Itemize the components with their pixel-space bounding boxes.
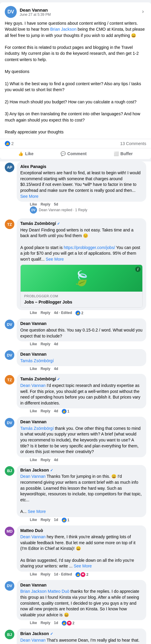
buffer-button[interactable]: ⬜ Buffer (110, 150, 136, 158)
like-thumb: 👍 (62, 409, 67, 414)
like-count: 👍 1 (62, 409, 70, 414)
like-count: 2 (11, 141, 14, 146)
verified-badge: ✓ (57, 377, 60, 381)
comment-item: DV Dean Vannan Brian Jackson Matteo Duò … (5, 580, 146, 626)
verified-badge: ✓ (50, 468, 53, 472)
reply-action[interactable]: Reply (41, 621, 50, 626)
commenter-avatar: DV (5, 350, 14, 360)
comments-count[interactable]: 13 Comments (120, 141, 146, 146)
heart-thumb: ❤ (67, 621, 72, 626)
comment-bubble: Tamás Zsömbörgí ✓ Hey Dean! Finding good… (17, 218, 146, 310)
commenter-name: Alex Panagis (20, 164, 143, 170)
post-options-chevron[interactable]: › (142, 8, 144, 15)
action-buttons: 👍 Like 💬 Comment ⬜ Buffer (5, 148, 146, 159)
verified-badge: ✓ (57, 222, 60, 226)
commenter-name: Brian Jackson ✓ (20, 467, 143, 473)
commenter-avatar: BJ (5, 466, 14, 476)
comment-bubble: Alex Panagis Exceptional writers are har… (17, 161, 146, 202)
mention-tamas2[interactable]: Tamás Zsömbörgí (20, 426, 54, 431)
commenter-name: Dean Vannan (20, 321, 143, 327)
mention-dean2[interactable]: Dean Vannan (20, 474, 46, 479)
info-icon: i (135, 267, 141, 272)
like-action[interactable]: Like (30, 342, 37, 346)
like-action[interactable]: Like (30, 572, 37, 577)
like-icon: 👍 (18, 151, 23, 156)
comment-item: BJ Brian Jackson ✓ Dean Vannan That's aw… (5, 629, 146, 644)
reply-action[interactable]: Reply (41, 572, 50, 577)
problogger-link[interactable]: https://problogger.com/jobs/ (64, 245, 115, 250)
reply-action[interactable]: Reply (41, 409, 50, 414)
buffer-icon: ⬜ (114, 151, 119, 156)
like-action[interactable]: Like (30, 621, 37, 626)
like-action[interactable]: Like (30, 458, 37, 462)
like-action[interactable]: Like (30, 367, 37, 371)
mention-dean4[interactable]: Dean Vannan (20, 638, 46, 643)
commenter-name: Tamás Zsömbörgí ✓ (20, 221, 143, 227)
commenter-name: Matteo Duò (20, 528, 143, 534)
comment-item: BJ Brian Jackson ✓ Dean Vannan Thanks To… (5, 465, 146, 522)
like-action[interactable]: Like (30, 202, 37, 206)
comment-text: Dean Vannan That's awesome Dean, I'm rea… (20, 638, 141, 644)
reply-action[interactable]: Reply (41, 458, 50, 462)
time-label: 5d (54, 202, 58, 206)
reactions-bar: 👍 2 13 Comments (0, 139, 151, 148)
commenter-name: Dean Vannan (20, 582, 143, 588)
time-label: 1d (54, 518, 58, 522)
reply-indicator[interactable]: DV Dean Vannan replied · 1 Reply (17, 206, 146, 214)
reply-action[interactable]: Reply (41, 311, 50, 315)
see-more-link[interactable]: See More (28, 509, 46, 514)
mention-brian[interactable]: Brian Jackson (20, 589, 47, 594)
link-preview-body: PROBLOGGER.COM Jobs – ProBlogger Jobs (21, 292, 142, 307)
like-thumb: 👍 (62, 518, 67, 522)
like-action[interactable]: Like (30, 311, 37, 315)
link-preview-problogger[interactable]: 🍃 i PROBLOGGER.COM Jobs – ProBlogger Job… (20, 265, 143, 308)
mention-tamas[interactable]: Tamás Zsömbörgí (20, 358, 54, 363)
reply-action[interactable]: Reply (41, 367, 50, 371)
leaf-icon: 🍃 (73, 268, 90, 288)
comment-item: DV Dean Vannan One question about this. … (5, 318, 146, 346)
comment-bubble: Brian Jackson ✓ Dean Vannan That's aweso… (17, 629, 146, 644)
time-label: 4d · Edited (54, 311, 72, 315)
like-label: Like (25, 151, 33, 156)
comment-actions: Like Reply 4d 👍 1 (17, 408, 146, 414)
like-action[interactable]: Like (30, 409, 37, 414)
comment-text: Hey Dean! Finding good writers is not ea… (20, 228, 140, 262)
comment-item: TZ Tamás Zsömbörgí ✓ Hey Dean! Finding g… (5, 218, 146, 315)
commenter-avatar: DV (5, 320, 14, 329)
comment-bubble: Tamás Zsömbörgí ✓ Dean Vannan I'd expect… (17, 374, 146, 408)
reply-action[interactable]: Reply (41, 202, 50, 206)
brian-jackson-mention[interactable]: Brian Jackson (50, 27, 76, 32)
mention-dean[interactable]: Dean Vannan (20, 383, 46, 388)
time-label: 4d (54, 342, 58, 346)
like-button[interactable]: 👍 Like (15, 150, 37, 158)
comment-text: One question about this. You say 0.15-0.… (20, 328, 142, 338)
comment-item: DV Dean Vannan Tamás Zsömbörgí thank you… (5, 417, 146, 462)
commenter-name: Tamás Zsömbörgí ✓ (20, 376, 143, 382)
see-more-link[interactable]: See More (46, 257, 64, 262)
post-header: DV Dean Vannan June 27 at 5:39 PM › (5, 6, 146, 18)
comment-button[interactable]: 💬 Comment (57, 150, 90, 158)
commenter-avatar: AP (5, 163, 14, 172)
like-action[interactable]: Like (30, 518, 37, 522)
commenter-name: Brian Jackson ✓ (20, 631, 143, 637)
like-count: 👍 ❤ 2 (76, 572, 88, 577)
see-more-link[interactable]: See More (20, 194, 38, 199)
reply-action[interactable]: Reply (41, 518, 50, 522)
comment-bubble: Brian Jackson ✓ Dean Vannan Thanks Tom f… (17, 465, 146, 517)
like-thumb: 👍 (76, 311, 80, 315)
link-title: Jobs – ProBlogger Jobs (24, 299, 139, 305)
mention-matteo[interactable]: Matteo Duò (48, 589, 69, 594)
mention-dean3[interactable]: Dean Vannan (20, 534, 46, 539)
comment-bubble: Matteo Duò Dean Vannan hey there, I thin… (17, 525, 146, 572)
post-body: Hey guys. I have some questions about co… (5, 20, 146, 135)
comment-bubble: Dean Vannan Brian Jackson Matteo Duò tha… (17, 580, 146, 620)
comment-text: Tamás Zsömbörgí thank you. One other thi… (20, 426, 141, 454)
time-label: 4d (54, 458, 58, 462)
comments-section: AP Alex Panagis Exceptional writers are … (0, 161, 151, 644)
comment-item: AP Alex Panagis Exceptional writers are … (5, 161, 146, 216)
comment-actions: Like Reply 4d · Edited 👍 2 (17, 310, 146, 315)
see-more-link[interactable]: See More (74, 564, 92, 568)
like-thumb: 👍 (62, 621, 67, 626)
comment-item: MD Matteo Duò Dean Vannan hey there, I t… (5, 525, 146, 577)
reply-action[interactable]: Reply (41, 342, 50, 346)
